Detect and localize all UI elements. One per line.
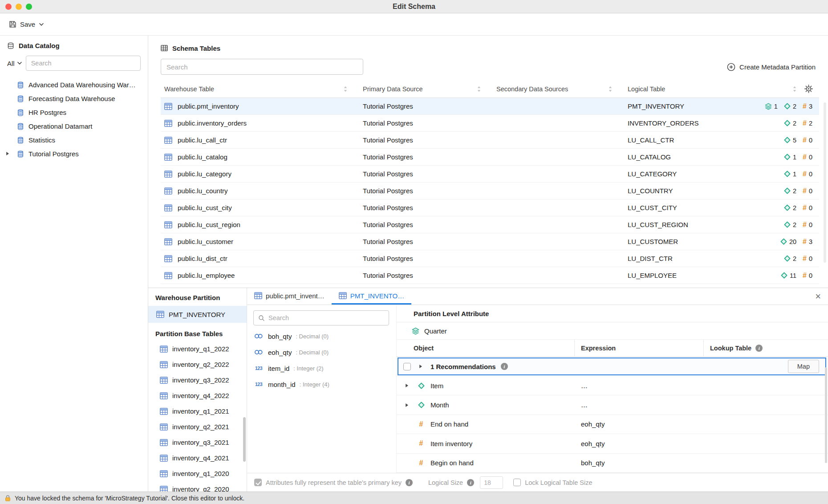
lock-logical-size-checkbox[interactable]: [513, 479, 521, 486]
close-editor-button[interactable]: ×: [815, 292, 821, 301]
object-row[interactable]: # End on hand eoh_qty: [397, 415, 828, 434]
object-row[interactable]: Item …: [397, 376, 828, 395]
logical-table-name: LU_CATEGORY: [621, 170, 726, 178]
info-icon[interactable]: i: [406, 479, 413, 486]
primary-data-source: Tutorial Postgres: [357, 153, 490, 161]
catalog-search-input[interactable]: [26, 56, 141, 71]
expand-arrow-icon[interactable]: [402, 383, 412, 388]
primary-data-source: Tutorial Postgres: [357, 170, 490, 178]
logical-table-name: LU_COUNTRY: [621, 187, 726, 195]
tab-warehouse-table[interactable]: public.pmt_invent…: [247, 288, 332, 305]
column-list-item[interactable]: boh_qty: Decimal (0): [253, 328, 389, 344]
recommendations-label: 1 Recommendations: [430, 363, 496, 370]
column-list-item[interactable]: 123 month_id: Integer (4): [253, 376, 389, 392]
object-name: Item inventory: [430, 440, 472, 447]
table-row[interactable]: public.lu_category Tutorial Postgres LU_…: [161, 166, 819, 183]
expand-arrow-icon[interactable]: [402, 403, 412, 407]
save-button[interactable]: Save: [0, 20, 44, 28]
create-metadata-partition-button[interactable]: Create Metadata Partition: [727, 63, 816, 71]
fact-count: 0: [809, 204, 812, 211]
table-icon: [164, 137, 172, 144]
partition-attribute-quarter[interactable]: Quarter: [397, 322, 828, 340]
catalog-filter-dropdown[interactable]: All: [7, 60, 22, 67]
expand-arrow-icon[interactable]: [6, 151, 9, 156]
sidebar-item-database[interactable]: HR Postgres: [0, 106, 148, 119]
base-table-item[interactable]: inventory_q2_2020: [148, 481, 247, 492]
base-table-item[interactable]: inventory_q4_2022: [148, 388, 247, 403]
attribute-count: 2: [793, 204, 796, 211]
object-row[interactable]: Month …: [397, 395, 828, 415]
primary-data-source: Tutorial Postgres: [357, 187, 490, 195]
table-icon: [160, 361, 168, 368]
recommendations-row[interactable]: 1 Recommendations i Map: [398, 358, 826, 375]
table-icon: [156, 311, 164, 318]
table-row[interactable]: public.lu_call_ctr Tutorial Postgres LU_…: [161, 132, 819, 149]
base-table-item[interactable]: inventory_q3_2021: [148, 435, 247, 450]
catalog-filter-row: All: [0, 56, 148, 76]
sidebar-item-database[interactable]: Forecasting Data Warehouse: [0, 92, 148, 106]
recommendations-checkbox[interactable]: [403, 363, 411, 370]
base-table-item[interactable]: inventory_q1_2020: [148, 466, 247, 481]
close-window-button[interactable]: [5, 4, 12, 10]
column-list-item[interactable]: 123 item_id: Integer (2): [253, 360, 389, 376]
table-row[interactable]: public.lu_country Tutorial Postgres LU_C…: [161, 183, 819, 199]
partition-item-selected[interactable]: PMT_INVENTORY: [148, 306, 247, 323]
expand-arrow-icon[interactable]: [416, 364, 426, 369]
table-row[interactable]: public.lu_cust_region Tutorial Postgres …: [161, 216, 819, 233]
sidebar-item-database[interactable]: Operational Datamart: [0, 119, 148, 133]
logical-table-name: LU_DIST_CTR: [621, 255, 726, 262]
column-list-item[interactable]: eoh_qty: Decimal (0): [253, 344, 389, 360]
sidebar-item-database[interactable]: Statistics: [0, 133, 148, 147]
sort-icon[interactable]: [343, 86, 348, 92]
table-row[interactable]: public.lu_employee Tutorial Postgres LU_…: [161, 267, 819, 284]
table-row[interactable]: public.pmt_inventory Tutorial Postgres P…: [161, 98, 819, 115]
tab-logical-table[interactable]: PMT_INVENTO…: [332, 288, 411, 305]
base-table-item[interactable]: inventory_q1_2022: [148, 341, 247, 357]
object-row[interactable]: # Item inventory eoh_qty: [397, 434, 828, 453]
base-table-item[interactable]: inventory_q1_2021: [148, 403, 247, 419]
map-button[interactable]: Map: [788, 360, 819, 373]
columns-search-input[interactable]: [268, 314, 384, 321]
table-icon: [164, 238, 172, 245]
base-table-item[interactable]: inventory_q2_2021: [148, 419, 247, 435]
fact-icon: #: [803, 137, 807, 144]
info-icon[interactable]: i: [467, 479, 474, 486]
fact-count: 0: [809, 255, 812, 262]
sort-icon[interactable]: [792, 86, 797, 92]
base-table-item[interactable]: inventory_q4_2021: [148, 450, 247, 466]
sort-icon[interactable]: [477, 86, 481, 92]
primary-data-source: Tutorial Postgres: [357, 238, 490, 245]
base-table-item[interactable]: inventory_q2_2022: [148, 357, 247, 372]
database-icon: [17, 137, 24, 144]
scrollbar[interactable]: [243, 417, 246, 462]
base-table-item[interactable]: inventory_q3_2022: [148, 372, 247, 388]
info-icon[interactable]: i: [501, 363, 508, 370]
sort-icon[interactable]: [608, 86, 613, 92]
attribute-count: 2: [793, 221, 796, 228]
table-row[interactable]: public.lu_dist_ctr Tutorial Postgres LU_…: [161, 250, 819, 267]
fact-icon: #: [803, 204, 807, 211]
zoom-window-button[interactable]: [26, 4, 32, 10]
primary-key-checkbox[interactable]: [254, 479, 262, 486]
minimize-window-button[interactable]: [16, 4, 22, 10]
table-row[interactable]: public.inventory_orders Tutorial Postgre…: [161, 115, 819, 132]
partition-icon: [412, 327, 419, 335]
logical-size-input[interactable]: [480, 476, 503, 489]
search-icon: [258, 315, 265, 321]
table-row[interactable]: public.lu_catalog Tutorial Postgres LU_C…: [161, 149, 819, 166]
fact-icon: #: [803, 171, 807, 178]
info-icon[interactable]: i: [755, 345, 763, 352]
editor-footer: Attributes fully represent the table's p…: [247, 473, 828, 492]
sidebar-item-tutorial-postgres[interactable]: Tutorial Postgres: [0, 147, 148, 161]
attribute-count: 5: [793, 137, 796, 144]
object-row[interactable]: # Begin on hand boh_qty: [397, 454, 828, 473]
sidebar-item-database[interactable]: Advanced Data Warehousing War…: [0, 78, 148, 92]
fact-icon: #: [803, 255, 807, 262]
table-icon: [164, 272, 172, 279]
scrollbar[interactable]: [825, 367, 827, 463]
gear-icon[interactable]: [804, 85, 813, 93]
schema-tables-search-input[interactable]: [161, 59, 363, 75]
table-row[interactable]: public.lu_customer Tutorial Postgres LU_…: [161, 233, 819, 250]
table-row[interactable]: public.lu_cust_city Tutorial Postgres LU…: [161, 199, 819, 216]
scrollbar[interactable]: [824, 102, 826, 263]
